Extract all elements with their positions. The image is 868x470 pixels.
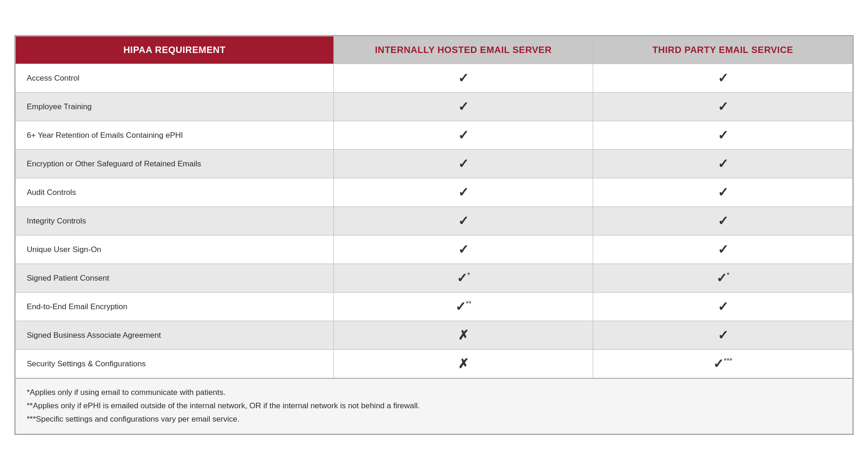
third-party-cell: ✓* <box>593 264 853 293</box>
footnote-text: **Applies only if ePHI is emailed outsid… <box>27 400 841 413</box>
third-party-cell: ✓ <box>593 207 853 235</box>
requirement-cell: Access Control <box>16 64 334 93</box>
table-row: Audit Controls✓✓ <box>16 178 853 207</box>
internally-hosted-cell: ✓* <box>333 264 593 293</box>
table-row: Security Settings & Configurations✗✓*** <box>16 350 853 379</box>
third-party-cell: ✓ <box>593 178 853 207</box>
requirement-cell: Encryption or Other Safeguard of Retaine… <box>16 150 334 178</box>
header-hipaa-requirement: HIPAA REQUIREMENT <box>16 36 334 64</box>
table-row: Encryption or Other Safeguard of Retaine… <box>16 150 853 178</box>
requirement-cell: Unique User Sign-On <box>16 235 334 264</box>
internally-hosted-cell: ✓** <box>333 293 593 321</box>
requirement-cell: Signed Business Associate Agreement <box>16 321 334 350</box>
third-party-cell: ✓ <box>593 293 853 321</box>
header-internally-hosted: INTERNALLY HOSTED EMAIL SERVER <box>333 36 593 64</box>
table-row: Access Control✓✓ <box>16 64 853 93</box>
requirement-cell: End-to-End Email Encryption <box>16 293 334 321</box>
footnote-text: ***Specific settings and configurations … <box>27 413 841 426</box>
requirement-cell: Audit Controls <box>16 178 334 207</box>
requirement-cell: 6+ Year Retention of Emails Containing e… <box>16 121 334 150</box>
footnote-row: *Applies only if using email to communic… <box>16 378 853 434</box>
internally-hosted-cell: ✗ <box>333 321 593 350</box>
third-party-cell: ✓ <box>593 64 853 93</box>
internally-hosted-cell: ✓ <box>333 93 593 121</box>
internally-hosted-cell: ✓ <box>333 64 593 93</box>
third-party-cell: ✓ <box>593 93 853 121</box>
table-row: End-to-End Email Encryption✓**✓ <box>16 293 853 321</box>
requirement-cell: Integrity Controls <box>16 207 334 235</box>
header-third-party: THIRD PARTY EMAIL SERVICE <box>593 36 853 64</box>
table-row: Employee Training✓✓ <box>16 93 853 121</box>
internally-hosted-cell: ✓ <box>333 207 593 235</box>
comparison-table: HIPAA REQUIREMENT INTERNALLY HOSTED EMAI… <box>14 35 854 435</box>
third-party-cell: ✓ <box>593 150 853 178</box>
table-header-row: HIPAA REQUIREMENT INTERNALLY HOSTED EMAI… <box>16 36 853 64</box>
table-row: Integrity Controls✓✓ <box>16 207 853 235</box>
internally-hosted-cell: ✓ <box>333 121 593 150</box>
table-row: 6+ Year Retention of Emails Containing e… <box>16 121 853 150</box>
internally-hosted-cell: ✓ <box>333 178 593 207</box>
third-party-cell: ✓*** <box>593 350 853 379</box>
internally-hosted-cell: ✗ <box>333 350 593 379</box>
third-party-cell: ✓ <box>593 235 853 264</box>
internally-hosted-cell: ✓ <box>333 235 593 264</box>
third-party-cell: ✓ <box>593 321 853 350</box>
table-row: Signed Patient Consent✓*✓* <box>16 264 853 293</box>
table-row: Unique User Sign-On✓✓ <box>16 235 853 264</box>
footnote-cell: *Applies only if using email to communic… <box>16 378 853 434</box>
third-party-cell: ✓ <box>593 121 853 150</box>
table-row: Signed Business Associate Agreement✗✓ <box>16 321 853 350</box>
internally-hosted-cell: ✓ <box>333 150 593 178</box>
requirement-cell: Employee Training <box>16 93 334 121</box>
footnote-text: *Applies only if using email to communic… <box>27 386 841 400</box>
requirement-cell: Signed Patient Consent <box>16 264 334 293</box>
requirement-cell: Security Settings & Configurations <box>16 350 334 379</box>
